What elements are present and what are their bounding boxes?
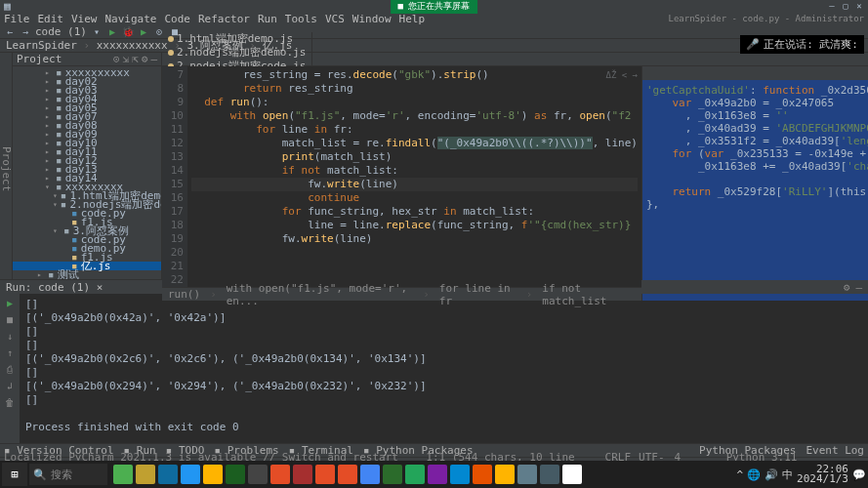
menu-item-window[interactable]: Window — [352, 13, 392, 25]
down-icon[interactable]: ↓ — [7, 331, 13, 342]
project-tool-tab[interactable]: Project — [0, 146, 13, 191]
tray-up-icon[interactable]: ^ — [736, 468, 743, 481]
taskbar-app-icon[interactable] — [248, 465, 268, 484]
close-button[interactable]: ✕ — [854, 1, 864, 11]
collapse-all-icon[interactable]: ⇱ — [132, 53, 139, 65]
menu-item-view[interactable]: View — [71, 13, 98, 25]
taskbar-app-icon[interactable] — [113, 465, 133, 484]
back-icon[interactable]: ← — [4, 26, 16, 38]
expand-icon[interactable]: ▸ — [45, 147, 53, 156]
taskbar-app-icon[interactable] — [338, 465, 357, 484]
system-tray[interactable]: ^ 🌐 🔊 中 22:06 2024/1/3 💬 — [736, 465, 866, 484]
taskbar-app-icon[interactable] — [158, 465, 178, 484]
taskbar-app-icon[interactable] — [428, 465, 447, 484]
run-settings-icon[interactable]: ⚙ — [844, 281, 850, 294]
taskbar-app-icon[interactable] — [293, 465, 312, 484]
menu-item-tools[interactable]: Tools — [285, 13, 317, 25]
taskbar-app-icon[interactable] — [473, 465, 492, 484]
run-console-output[interactable]: [][('_0x49a2b0(0x42a)', '0x42a')][][][('… — [20, 294, 868, 443]
tree-item[interactable]: ▪亿.js — [13, 262, 161, 270]
wrap-icon[interactable]: ↲ — [7, 381, 13, 391]
taskbar-app-icon[interactable] — [360, 465, 380, 484]
split-editor-content[interactable]: 'getCaptchaUuid': function _0x2d350e() {… — [642, 80, 868, 301]
expand-all-icon[interactable]: ⇲ — [123, 53, 130, 65]
menu-item-help[interactable]: Help — [399, 13, 426, 25]
expand-icon[interactable]: ▸ — [45, 103, 53, 112]
run-hide-icon[interactable]: — — [855, 281, 862, 294]
taskbar-app-icon[interactable] — [315, 465, 335, 484]
expand-icon[interactable]: ▸ — [45, 156, 53, 165]
expand-icon[interactable]: ▸ — [45, 95, 53, 103]
trash-icon[interactable]: 🗑 — [5, 397, 15, 408]
maximize-button[interactable]: ▢ — [841, 1, 850, 11]
menu-item-code[interactable]: Code — [164, 13, 190, 25]
code-content[interactable]: res_string = res.decode("gbk").strip()ΔŽ… — [187, 66, 641, 287]
bc-segment[interactable]: run() — [168, 288, 200, 301]
taskbar-app-icon[interactable] — [517, 465, 537, 484]
taskbar-app-icon[interactable] — [203, 465, 223, 484]
menu-item-file[interactable]: File — [4, 13, 30, 25]
taskbar-app-icon[interactable] — [450, 465, 470, 484]
notification-icon[interactable]: 💬 — [852, 468, 866, 481]
forward-icon[interactable]: → — [20, 26, 31, 38]
taskbar-app-icon[interactable] — [540, 465, 559, 484]
crumb-segment[interactable]: xxxxxxxxxxx — [97, 39, 168, 52]
select-opened-icon[interactable]: ⊙ — [113, 53, 120, 65]
menu-item-refactor[interactable]: Refactor — [198, 13, 250, 25]
expand-icon[interactable]: ▸ — [45, 139, 53, 147]
tray-ime-icon[interactable]: 中 — [782, 468, 793, 482]
debug-icon[interactable]: 🐞 — [122, 26, 134, 38]
menu-item-edit[interactable]: Edit — [38, 13, 64, 25]
taskbar-app-icon[interactable] — [181, 465, 200, 484]
bc-segment[interactable]: if not match_list — [542, 282, 636, 307]
tray-network-icon[interactable]: 🌐 — [747, 468, 761, 481]
expand-icon[interactable]: ▸ — [45, 112, 53, 121]
run-tab-label[interactable]: Run: code (1) × — [6, 281, 103, 294]
split-editor-right[interactable]: 4 2 3 11 ⛶ 'getCaptchaUuid': function _0… — [641, 66, 868, 301]
config-dropdown-icon[interactable]: ▾ — [91, 26, 103, 38]
minimize-button[interactable]: — — [827, 1, 837, 11]
expand-icon[interactable]: ▾ — [53, 226, 61, 235]
taskbar-app-icon[interactable] — [383, 465, 402, 484]
menu-item-vcs[interactable]: VCS — [325, 13, 345, 25]
taskbar-app-icon[interactable] — [136, 465, 155, 484]
project-tree[interactable]: ▸▪xxxxxxxxxx▸▪day02▸▪day03▸▪day04▸▪day05… — [13, 66, 161, 279]
expand-icon[interactable]: ▸ — [45, 174, 53, 183]
coverage-icon[interactable]: ▶ — [138, 26, 149, 38]
stop-run-icon[interactable]: ■ — [7, 314, 13, 325]
expand-icon[interactable]: ▾ — [53, 200, 58, 209]
taskbar-clock[interactable]: 22:06 2024/1/3 — [797, 465, 848, 484]
bc-segment[interactable]: with open("f1.js", mode='r', en... — [227, 282, 413, 307]
editor-breadcrumb[interactable]: run() › with open("f1.js", mode='r', en.… — [162, 287, 641, 301]
settings-icon[interactable]: ⚙ — [142, 53, 148, 65]
editor-tab[interactable]: 1.html端加密demo.js — [162, 32, 312, 46]
editor-tab[interactable]: 2.nodejs端加密demo.js — [162, 46, 312, 60]
bc-segment[interactable]: for line in fr — [439, 282, 517, 307]
taskbar-app-icon[interactable] — [562, 465, 582, 484]
menu-item-navigate[interactable]: Navigate — [105, 13, 157, 25]
expand-icon[interactable]: ▸ — [45, 68, 53, 77]
crumb-segment[interactable]: LearnSpider — [6, 39, 77, 52]
tray-volume-icon[interactable]: 🔊 — [765, 468, 778, 481]
run-icon[interactable]: ▶ — [106, 26, 118, 38]
expand-icon[interactable]: ▸ — [45, 86, 53, 95]
taskbar-app-icon[interactable] — [270, 465, 290, 484]
taskbar-app-icon[interactable] — [495, 465, 515, 484]
menu-item-run[interactable]: Run — [258, 13, 277, 25]
hide-icon[interactable]: — — [150, 53, 157, 65]
expand-icon[interactable]: ▾ — [53, 191, 58, 200]
taskbar-app-icon[interactable] — [226, 465, 245, 484]
run-config-selector[interactable]: code (1) — [35, 25, 87, 38]
rerun-icon[interactable]: ▶ — [7, 298, 13, 308]
taskbar-search[interactable]: 🔍 搜索 — [29, 464, 107, 485]
expand-icon[interactable]: ▾ — [45, 183, 53, 191]
expand-icon[interactable]: ▸ — [45, 77, 53, 86]
main-editor[interactable]: 78910111213141516171819202122 res_string… — [162, 66, 641, 301]
expand-icon[interactable]: ▸ — [45, 130, 53, 139]
up-icon[interactable]: ↑ — [7, 347, 13, 358]
print-icon[interactable]: ⎙ — [7, 364, 13, 375]
start-button[interactable]: ⊞ — [2, 463, 27, 486]
expand-icon[interactable]: ▸ — [45, 165, 53, 174]
taskbar-app-icon[interactable] — [405, 465, 425, 484]
expand-icon[interactable]: ▸ — [45, 121, 53, 130]
